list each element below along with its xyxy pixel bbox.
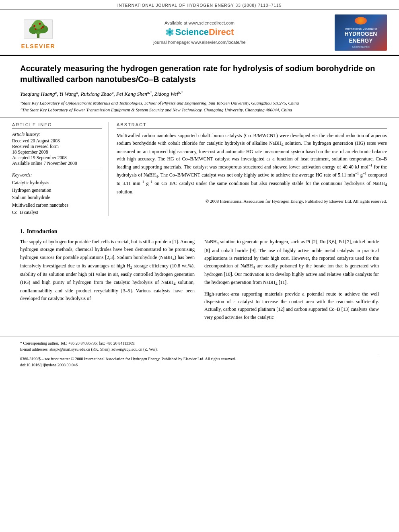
hydrogen-energy-box: International Journal of HYDROGEN ENERGY…: [335, 14, 387, 51]
keywords-list: Catalytic hydrolysis Hydrogen generation…: [12, 179, 102, 216]
center-header: Available at www.sciencedirect.com Scien…: [64, 21, 335, 45]
abstract-column: ABSTRACT Multiwalled carbon nanotubes su…: [117, 122, 387, 216]
article-info-header: ARTICLE INFO: [12, 122, 102, 129]
sciencedirect-logo: ScienceDirect: [165, 27, 234, 37]
article-main-title: Accurately measuring the hydrogen genera…: [20, 63, 379, 85]
intro-left-col: The supply of hydrogen for portable fuel…: [20, 238, 195, 324]
elsevier-tree-container: [18, 16, 58, 42]
footer-corresponding: * Corresponding author. Tel.: +86 20 840…: [20, 340, 379, 346]
received-date: Received 20 August 2008: [12, 138, 102, 143]
article-info-column: ARTICLE INFO Article history: Received 2…: [12, 122, 109, 216]
journal-homepage-text: journal homepage: www.elsevier.com/locat…: [153, 40, 245, 45]
page-wrapper: INTERNATIONAL JOURNAL OF HYDROGEN ENERGY…: [0, 0, 399, 532]
affiliation-b: ᵇThe State Key Laboratory of Power Trans…: [20, 107, 379, 113]
elsevier-logo: ELSEVIER: [12, 16, 64, 49]
corresponding-note: * Corresponding author. Tel.: +86 20 840…: [20, 341, 135, 345]
abstract-header: ABSTRACT: [117, 122, 387, 129]
intro-right-col: NaBH4 solution to generate pure hydrogen…: [204, 238, 379, 324]
keyword-4: Multiwalled carbon nanotubes: [12, 201, 102, 209]
introduction-body: The supply of hydrogen for portable fuel…: [20, 238, 379, 324]
sciencedirect-icon: [165, 28, 174, 37]
author-zhao: Ruixiong Zhaoa: [81, 91, 113, 97]
he-circle-icon: [355, 17, 367, 25]
affiliation-a: ᵃState Key Laboratory of Optoelectronic …: [20, 100, 379, 107]
svg-point-5: [33, 20, 43, 29]
footer-email: E-mail addresses: stsspk@mail.sysu.edu.c…: [20, 346, 379, 352]
svg-point-9: [35, 28, 37, 30]
sd-science-label: Science: [175, 27, 209, 37]
keyword-1: Catalytic hydrolysis: [12, 179, 102, 186]
email-note: E-mail addresses: stsspk@mail.sysu.edu.c…: [20, 347, 158, 351]
author-wang: Yi Wanga: [60, 91, 78, 97]
he-subtitle-text: International Journal of: [344, 27, 377, 31]
intro-left-text: The supply of hydrogen for portable fuel…: [20, 238, 195, 302]
sd-direct-label: Direct: [209, 27, 234, 37]
history-label: Article history:: [12, 132, 102, 137]
article-title-section: Accurately measuring the hydrogen genera…: [0, 56, 399, 117]
svg-point-10: [41, 27, 42, 29]
keywords-section: Keywords: Catalytic hydrolysis Hydrogen …: [12, 170, 102, 216]
journal-header-text: INTERNATIONAL JOURNAL OF HYDROGEN ENERGY…: [117, 3, 282, 8]
svg-point-15: [169, 33, 171, 36]
revised-label: Received in revised form: [12, 144, 102, 149]
keyword-5: Co–B catalyst: [12, 209, 102, 216]
info-abstract-section: ARTICLE INFO Article history: Received 2…: [0, 117, 399, 221]
footer-separator: [20, 354, 379, 354]
elsevier-tree-icon: [20, 18, 56, 40]
affiliations: ᵃState Key Laboratory of Optoelectronic …: [20, 100, 379, 113]
keywords-label: Keywords:: [12, 173, 102, 177]
section-title: Introduction: [27, 228, 58, 235]
author-huang: Yueqiang Huanga: [20, 91, 57, 97]
footer-issn: 0360-3199/$ – see front matter © 2008 In…: [20, 356, 379, 362]
article-history-block: Article history: Received 20 August 2008…: [12, 132, 102, 166]
available-date: Available online 7 November 2008: [12, 161, 102, 166]
elsevier-text: ELSEVIER: [21, 43, 55, 49]
accepted-date: Accepted 19 September 2008: [12, 155, 102, 160]
copyright-text: © 2008 International Association for Hyd…: [117, 198, 387, 204]
body-content: 1. Introduction The supply of hydrogen f…: [0, 221, 399, 332]
logo-banner: ELSEVIER Available at www.sciencedirect.…: [0, 10, 399, 56]
authors-line: Yueqiang Huanga, Yi Wanga, Ruixiong Zhao…: [20, 90, 379, 97]
intro-right-text: NaBH4 solution to generate pure hydrogen…: [204, 238, 379, 321]
svg-point-12: [169, 28, 171, 31]
author-wei: Zidong Weib,*: [154, 91, 183, 97]
svg-point-6: [33, 25, 35, 27]
author-shen: Pei Kang Shena,*: [116, 91, 152, 97]
abstract-text: Multiwalled carbon nanotubes supported c…: [117, 132, 387, 196]
available-text: Available at www.sciencedirect.com: [165, 21, 234, 25]
page-footer: * Corresponding author. Tel.: +86 20 840…: [0, 337, 399, 370]
introduction-heading: 1. Introduction: [20, 228, 379, 235]
section-num: 1.: [20, 228, 25, 235]
svg-point-7: [39, 23, 41, 25]
journal-header: INTERNATIONAL JOURNAL OF HYDROGEN ENERGY…: [0, 0, 399, 10]
keyword-3: Sodium borohydride: [12, 194, 102, 201]
revised-date: 18 September 2008: [12, 150, 102, 154]
he-title-text: HYDROGEN ENERGY: [337, 31, 385, 44]
footer-doi: doi:10.1016/j.ijhydene.2008.09.046: [20, 362, 379, 368]
svg-point-8: [42, 26, 44, 28]
keyword-2: Hydrogen generation: [12, 187, 102, 194]
he-sd-label: ScienceDirect: [352, 45, 369, 48]
